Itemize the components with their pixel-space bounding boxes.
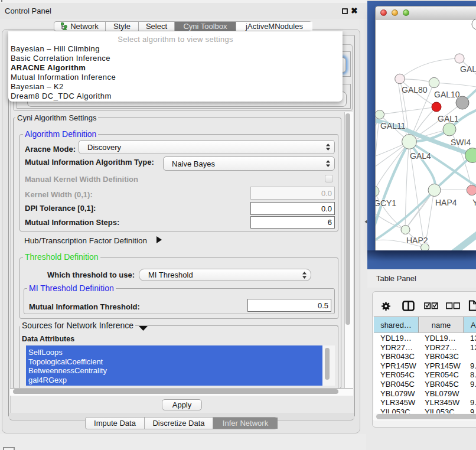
svg-text:GAL11: GAL11 [380, 121, 406, 131]
svg-text:GAL7: GAL7 [460, 64, 476, 74]
svg-text:GAL80: GAL80 [402, 85, 428, 94]
svg-text:SWI4: SWI4 [451, 138, 471, 147]
svg-text:GCY1: GCY1 [376, 198, 396, 208]
svg-text:GAL4: GAL4 [410, 151, 431, 161]
svg-text:GAL10: GAL10 [434, 90, 460, 99]
svg-text:YB: YB [472, 198, 476, 207]
svg-text:HAP4: HAP4 [435, 198, 457, 207]
svg-text:GAL1: GAL1 [438, 114, 459, 123]
svg-text:HAP2: HAP2 [406, 236, 428, 245]
